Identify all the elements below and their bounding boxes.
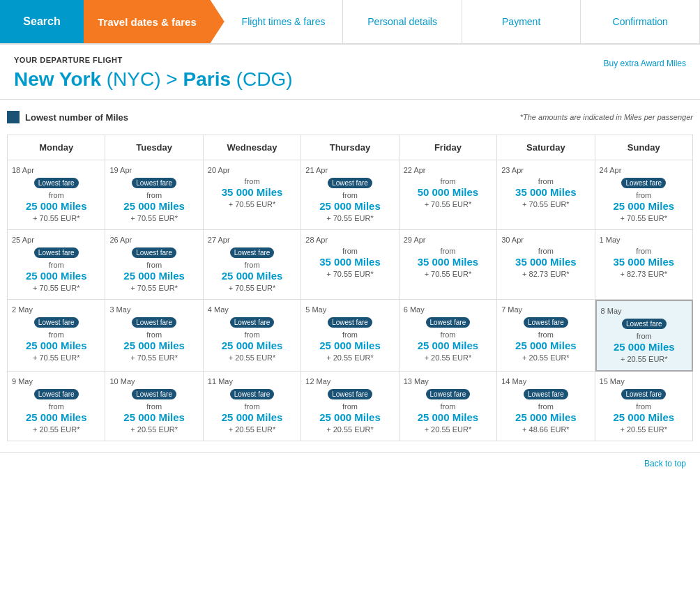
- calendar-cell[interactable]: 4 MayLowest farefrom25 000 Miles+ 20.55 …: [204, 300, 301, 372]
- calendar-cell[interactable]: 24 AprLowest farefrom25 000 Miles+ 70.55…: [595, 160, 693, 230]
- cell-date: 6 May: [404, 305, 492, 314]
- cell-date: 3 May: [109, 305, 198, 314]
- calendar-header: Lowest number of Miles *The amounts are …: [7, 111, 693, 123]
- cell-miles: 25 000 Miles: [109, 340, 198, 352]
- calendar-cell[interactable]: 26 AprLowest farefrom25 000 Miles+ 70.55…: [105, 230, 203, 300]
- calendar-cell[interactable]: 7 MayLowest farefrom25 000 Miles+ 20.55 …: [497, 300, 595, 372]
- tab-confirmation[interactable]: Confirmation: [581, 0, 700, 43]
- lowest-fare-badge: Lowest fare: [132, 317, 176, 328]
- cell-miles: 35 000 Miles: [600, 256, 688, 268]
- cell-from-label: from: [208, 330, 296, 339]
- cell-from-label: from: [305, 330, 394, 339]
- lowest-fare-badge: Lowest fare: [524, 389, 568, 399]
- tab-flight-times[interactable]: Flight times & fares: [225, 0, 344, 43]
- cell-eur: + 20.55 EUR*: [208, 425, 296, 434]
- cell-date: 23 Apr: [501, 166, 590, 174]
- route-title: New York (NYC) > Paris (CDG): [14, 68, 686, 91]
- day-friday: Friday: [400, 135, 497, 160]
- day-wednesday: Wednesday: [204, 135, 301, 160]
- day-tuesday: Tuesday: [105, 135, 203, 160]
- lowest-fare-badge: Lowest fare: [132, 178, 176, 188]
- calendar-cell[interactable]: 9 MayLowest farefrom25 000 Miles+ 20.55 …: [8, 372, 105, 441]
- cell-from-label: from: [208, 177, 296, 185]
- calendar-cell[interactable]: 14 MayLowest farefrom25 000 Miles+ 48.66…: [497, 372, 595, 441]
- cell-from-label: from: [404, 330, 492, 339]
- cell-eur: + 48.66 EUR*: [501, 425, 590, 434]
- cell-eur: + 20.55 EUR*: [305, 425, 394, 434]
- calendar-cell[interactable]: 30 Aprfrom35 000 Miles+ 82.73 EUR*: [497, 230, 595, 300]
- cell-date: 19 Apr: [109, 166, 198, 174]
- calendar-cell[interactable]: 5 MayLowest farefrom25 000 Miles+ 20.55 …: [301, 300, 399, 372]
- calendar-cell[interactable]: 15 MayLowest farefrom25 000 Miles+ 20.55…: [595, 372, 693, 441]
- calendar-cell[interactable]: 6 MayLowest farefrom25 000 Miles+ 20.55 …: [400, 300, 497, 372]
- cell-from-label: from: [305, 402, 394, 411]
- cell-eur: + 70.55 EUR*: [208, 200, 296, 208]
- cell-from-label: from: [404, 402, 492, 411]
- lowest-fare-badge: Lowest fare: [621, 178, 666, 188]
- cell-from-label: from: [208, 402, 296, 411]
- calendar-cell[interactable]: 22 Aprfrom50 000 Miles+ 70.55 EUR*: [400, 160, 497, 230]
- lowest-fare-badge: Lowest fare: [524, 317, 568, 328]
- calendar-cell[interactable]: 23 Aprfrom35 000 Miles+ 70.55 EUR*: [497, 160, 595, 230]
- cell-eur: + 20.55 EUR*: [600, 425, 688, 434]
- lowest-fare-badge: Lowest fare: [328, 389, 372, 399]
- calendar-cell[interactable]: 3 MayLowest farefrom25 000 Miles+ 70.55 …: [105, 300, 203, 372]
- calendar-note: *The amounts are indicated in Miles per …: [520, 113, 693, 121]
- cell-date: 1 May: [600, 236, 688, 244]
- calendar-cell[interactable]: 1 Mayfrom35 000 Miles+ 82.73 EUR*: [595, 230, 693, 300]
- tab-payment[interactable]: Payment: [462, 0, 581, 43]
- cell-eur: + 20.55 EUR*: [305, 353, 394, 362]
- cell-date: 22 Apr: [404, 166, 492, 174]
- page-header: YOUR DEPARTURE FLIGHT New York (NYC) > P…: [0, 45, 700, 100]
- cell-miles: 25 000 Miles: [305, 340, 394, 352]
- tab-personal-details[interactable]: Personal details: [343, 0, 462, 43]
- cell-date: 4 May: [208, 305, 296, 314]
- cell-date: 25 Apr: [12, 236, 100, 244]
- cell-miles: 25 000 Miles: [12, 270, 100, 282]
- tab-search[interactable]: Search: [0, 0, 84, 43]
- calendar-cell[interactable]: 29 Aprfrom35 000 Miles+ 70.55 EUR*: [400, 230, 497, 300]
- cell-from-label: from: [12, 402, 100, 411]
- calendar-grid: 18 AprLowest farefrom25 000 Miles+ 70.55…: [7, 160, 693, 441]
- calendar-cell[interactable]: 28 Aprfrom35 000 Miles+ 70.55 EUR*: [301, 230, 399, 300]
- calendar-cell[interactable]: 10 MayLowest farefrom25 000 Miles+ 20.55…: [105, 372, 203, 441]
- cell-date: 29 Apr: [404, 236, 492, 244]
- calendar-cell[interactable]: 20 Aprfrom35 000 Miles+ 70.55 EUR*: [204, 160, 301, 230]
- cell-miles: 25 000 Miles: [600, 200, 688, 213]
- calendar-cell[interactable]: 8 MayLowest farefrom25 000 Miles+ 20.55 …: [595, 300, 693, 372]
- calendar-cell[interactable]: 25 AprLowest farefrom25 000 Miles+ 70.55…: [8, 230, 105, 300]
- cell-eur: + 70.55 EUR*: [109, 214, 198, 222]
- cell-date: 9 May: [12, 377, 100, 386]
- cell-miles: 25 000 Miles: [109, 270, 198, 282]
- lowest-fare-badge: Lowest fare: [34, 317, 79, 328]
- calendar-cell[interactable]: 27 AprLowest farefrom25 000 Miles+ 70.55…: [204, 230, 301, 300]
- cell-from-label: from: [501, 177, 590, 185]
- calendar-cell[interactable]: 19 AprLowest farefrom25 000 Miles+ 70.55…: [105, 160, 203, 230]
- buy-miles-link[interactable]: Buy extra Award Miles: [604, 59, 687, 68]
- cell-date: 5 May: [305, 305, 394, 314]
- calendar-cell[interactable]: 18 AprLowest farefrom25 000 Miles+ 70.55…: [8, 160, 105, 230]
- cell-miles: 25 000 Miles: [208, 340, 296, 352]
- cell-miles: 25 000 Miles: [12, 200, 100, 213]
- calendar-cell[interactable]: 11 MayLowest farefrom25 000 Miles+ 20.55…: [204, 372, 301, 441]
- cell-eur: + 70.55 EUR*: [12, 284, 100, 292]
- cell-date: 28 Apr: [305, 236, 394, 244]
- cell-eur: + 82.73 EUR*: [501, 270, 590, 278]
- lowest-fare-badge: Lowest fare: [328, 178, 372, 188]
- cell-eur: + 70.55 EUR*: [109, 353, 198, 362]
- calendar-cell[interactable]: 21 AprLowest farefrom25 000 Miles+ 70.55…: [301, 160, 399, 230]
- cell-from-label: from: [600, 191, 688, 199]
- cell-miles: 35 000 Miles: [404, 256, 492, 268]
- calendar-cell[interactable]: 2 MayLowest farefrom25 000 Miles+ 70.55 …: [8, 300, 105, 372]
- cell-miles: 25 000 Miles: [600, 411, 688, 424]
- back-to-top-link[interactable]: Back to top: [0, 452, 700, 474]
- calendar-cell[interactable]: 12 MayLowest farefrom25 000 Miles+ 20.55…: [301, 372, 399, 441]
- cell-from-label: from: [501, 402, 590, 411]
- tab-travel-dates[interactable]: Travel dates & fares: [84, 0, 225, 43]
- cell-from-label: from: [305, 247, 394, 255]
- cell-miles: 25 000 Miles: [305, 411, 394, 424]
- cell-date: 26 Apr: [109, 236, 198, 244]
- lowest-fare-badge: Lowest fare: [230, 317, 275, 328]
- day-monday: Monday: [8, 135, 105, 160]
- calendar-cell[interactable]: 13 MayLowest farefrom25 000 Miles+ 20.55…: [400, 372, 497, 441]
